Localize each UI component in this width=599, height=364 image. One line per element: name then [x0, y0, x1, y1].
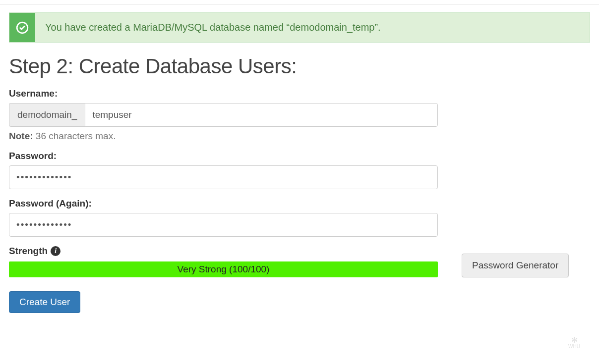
- success-alert-text: You have created a MariaDB/MySQL databas…: [35, 13, 391, 42]
- strength-label-text: Strength: [9, 246, 48, 257]
- page-title: Step 2: Create Database Users:: [9, 54, 590, 78]
- success-alert: You have created a MariaDB/MySQL databas…: [9, 12, 590, 43]
- check-circle-icon: [9, 13, 35, 42]
- strength-bar-text: Very Strong (100/100): [178, 264, 270, 275]
- password-input[interactable]: [9, 165, 438, 189]
- info-icon[interactable]: i: [51, 246, 60, 256]
- password-again-input[interactable]: [9, 213, 438, 237]
- password-label: Password:: [9, 151, 590, 161]
- username-prefix: demodomain_: [9, 103, 85, 127]
- username-note-label: Note:: [9, 131, 33, 141]
- username-label: Username:: [9, 88, 590, 99]
- create-user-button[interactable]: Create User: [9, 291, 80, 313]
- password-generator-button[interactable]: Password Generator: [462, 254, 569, 277]
- password-again-label: Password (Again):: [9, 198, 590, 209]
- username-input[interactable]: [85, 103, 438, 127]
- username-note-text: 36 characters max.: [33, 131, 116, 141]
- strength-label: Strength i: [9, 246, 438, 257]
- username-note: Note: 36 characters max.: [9, 131, 590, 142]
- strength-bar: Very Strong (100/100): [9, 261, 438, 277]
